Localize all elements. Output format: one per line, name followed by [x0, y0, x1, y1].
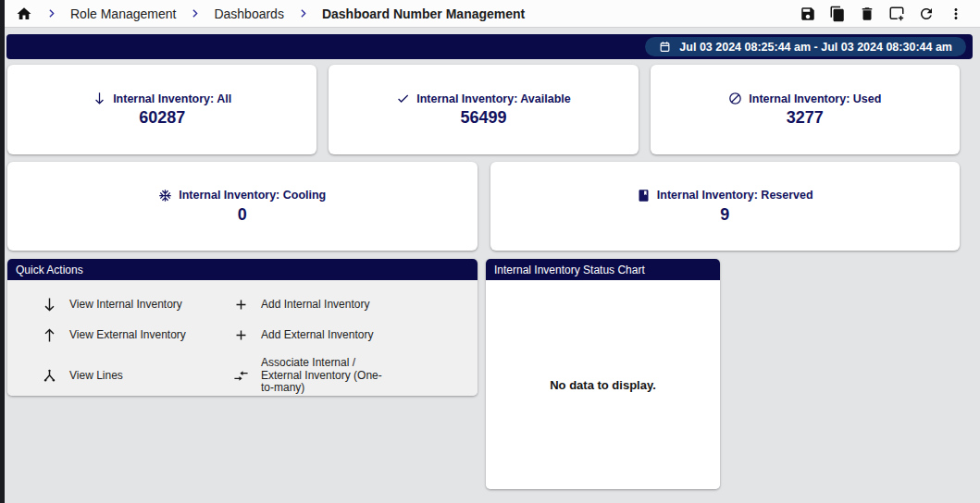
stat-card-internal-inventory-reserved: Internal Inventory: Reserved 9: [490, 162, 961, 251]
stat-card-internal-inventory-used: Internal Inventory: Used 3277: [651, 65, 960, 154]
stat-card-title: Internal Inventory: Cooling: [179, 189, 326, 202]
refresh-icon[interactable]: [918, 6, 935, 22]
stat-card-internal-inventory-cooling: Internal Inventory: Cooling 0: [7, 162, 478, 251]
split-icon: [42, 368, 57, 384]
plus-icon: [233, 297, 249, 313]
stat-card-title: Internal Inventory: Used: [749, 92, 881, 105]
action-add-internal-inventory[interactable]: Add Internal Inventory: [233, 297, 468, 313]
stat-card-value: 0: [238, 205, 247, 225]
stat-card-title: Internal Inventory: Available: [416, 92, 570, 105]
action-label: Associate Internal / External Inventory …: [261, 357, 391, 394]
stat-card-value: 3277: [787, 108, 824, 128]
window-left-edge: [0, 0, 5, 503]
stat-cards-row-2: Internal Inventory: Cooling 0 Internal I…: [7, 162, 960, 251]
action-associate-internal-external-inventory[interactable]: Associate Internal / External Inventory …: [233, 357, 468, 394]
calendar-icon: [659, 41, 671, 53]
stat-card-internal-inventory-available: Internal Inventory: Available 56499: [329, 65, 638, 154]
save-icon[interactable]: [800, 6, 816, 22]
arrow-up-icon: [42, 327, 57, 343]
chevron-right-icon: [45, 7, 57, 19]
quick-actions-body: View Internal Inventory View External In…: [7, 280, 478, 396]
snowflake-icon: [158, 189, 172, 202]
dashboard-toolbar: [800, 6, 964, 22]
book-icon: [637, 189, 651, 202]
stat-card-value: 60287: [139, 108, 185, 128]
arrow-down-icon: [42, 297, 57, 313]
date-range-label: Jul 03 2024 08:25:44 am - Jul 03 2024 08…: [679, 41, 952, 54]
action-label: Add External Inventory: [261, 329, 373, 341]
bottom-panels-row: Quick Actions View Internal Inventory Vi…: [7, 259, 980, 489]
chevron-right-icon: [189, 7, 201, 19]
copy-icon[interactable]: [829, 6, 846, 22]
stat-card-title: Internal Inventory: Reserved: [657, 189, 813, 202]
stat-card-value: 56499: [460, 108, 506, 128]
dashboard-filter-bar: Jul 03 2024 08:25:44 am - Jul 03 2024 08…: [6, 34, 973, 59]
arrow-down-icon: [93, 92, 106, 105]
plus-icon: [233, 327, 249, 343]
action-label: View Lines: [69, 370, 123, 382]
stat-card-title: Internal Inventory: All: [113, 92, 231, 105]
action-label: View External Inventory: [69, 329, 186, 341]
home-icon[interactable]: [16, 6, 32, 22]
stat-card-internal-inventory-all: Internal Inventory: All 60287: [7, 65, 316, 154]
check-icon: [396, 92, 410, 105]
breadcrumb-dashboards[interactable]: Dashboards: [214, 6, 284, 21]
date-range-picker[interactable]: Jul 03 2024 08:25:44 am - Jul 03 2024 08…: [645, 37, 966, 56]
top-navigation-bar: Role Management Dashboards Dashboard Num…: [5, 0, 980, 28]
action-view-internal-inventory[interactable]: View Internal Inventory: [42, 297, 233, 313]
action-label: Add Internal Inventory: [261, 299, 369, 311]
stat-card-value: 9: [720, 205, 729, 225]
chart-panel-header: Internal Inventory Status Chart: [486, 259, 720, 280]
new-window-add-icon[interactable]: [888, 6, 905, 22]
delete-icon[interactable]: [859, 6, 875, 22]
chart-body: No data to display.: [486, 280, 720, 489]
block-icon: [728, 92, 742, 105]
quick-actions-header: Quick Actions: [7, 259, 478, 280]
breadcrumb-current-page: Dashboard Number Management: [322, 6, 525, 21]
action-label: View Internal Inventory: [69, 299, 182, 311]
breadcrumb-role-management[interactable]: Role Management: [70, 6, 176, 21]
chart-empty-message: No data to display.: [550, 378, 656, 392]
stat-cards-row-1: Internal Inventory: All 60287 Internal I…: [7, 65, 960, 154]
action-view-lines[interactable]: View Lines: [42, 368, 233, 384]
chevron-right-icon: [297, 7, 309, 19]
quick-actions-panel: Quick Actions View Internal Inventory Vi…: [7, 259, 478, 396]
action-add-external-inventory[interactable]: Add External Inventory: [233, 327, 468, 343]
inventory-status-chart-panel: Internal Inventory Status Chart No data …: [486, 259, 720, 489]
merge-arrows-icon: [233, 368, 249, 384]
more-vert-icon[interactable]: [948, 6, 964, 22]
action-view-external-inventory[interactable]: View External Inventory: [42, 327, 233, 343]
